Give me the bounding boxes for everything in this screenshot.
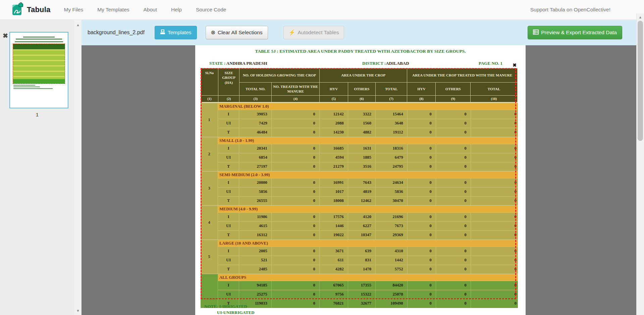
table-cell: 17355 xyxy=(348,281,376,290)
header-size-group: SIZE GROUP (HA) xyxy=(218,68,239,96)
table-cell: 0 xyxy=(408,247,436,256)
table-cell: 21279 xyxy=(320,162,348,171)
thumb-note-line xyxy=(13,85,35,86)
table-cell: 0 xyxy=(436,178,471,187)
nav-item-my-templates[interactable]: My Templates xyxy=(97,7,129,13)
templates-button[interactable]: Templates xyxy=(155,26,197,39)
table-cell: 24634 xyxy=(376,178,408,187)
table-cell: 1560 xyxy=(348,119,376,128)
table-cell: 0 xyxy=(436,188,471,196)
table-cell: 2088 xyxy=(320,119,348,128)
nav-menu: My Files My Templates About Help Source … xyxy=(64,7,226,13)
table-cell: 0 xyxy=(436,110,471,119)
table-cell: 0 xyxy=(272,222,320,230)
nav-item-help[interactable]: Help xyxy=(171,7,182,13)
table-row: I20800016991764324634000 xyxy=(218,178,518,187)
table-group: 5LARGE (10 AND ABOVE)I200503671639431000… xyxy=(201,240,518,274)
size-group-section-header: ALL GROUPS xyxy=(218,274,518,281)
table-cell: 0 xyxy=(471,188,518,196)
table-group: 1MARGINAL (BELOW 1.0)I390530121423322154… xyxy=(201,103,518,137)
table-cell: 0 xyxy=(272,119,320,128)
nav-item-my-files[interactable]: My Files xyxy=(64,7,83,13)
table-cell: 109498 xyxy=(376,299,408,308)
app-window: Tabula My Files My Templates About Help … xyxy=(0,0,644,315)
table-cell: 0 xyxy=(471,197,518,205)
nav-item-source-code[interactable]: Source Code xyxy=(196,7,226,13)
scroll-down-icon[interactable]: ▼ xyxy=(74,308,82,313)
table-cell: 20341 xyxy=(239,144,271,153)
group-sl-no xyxy=(201,274,218,308)
table-cell: 0 xyxy=(436,290,471,299)
table-cell: UI xyxy=(218,290,239,299)
table-cell: 21696 xyxy=(376,213,408,221)
district-label: DISTRICT : xyxy=(362,61,386,66)
table-row: T11903307682132677109498000 xyxy=(218,299,518,308)
table-cell: 0 xyxy=(436,222,471,230)
table-cell: 0 xyxy=(408,290,436,299)
sidebar-scrollbar[interactable]: ▲ ▼ xyxy=(74,20,82,315)
content-area: ✖ 1 ▲ ▼ background_lines_2. xyxy=(0,20,644,315)
clear-all-selections-button[interactable]: ⊗ Clear All Selections xyxy=(206,26,268,39)
table-row: T265550180081246230470000 xyxy=(218,196,518,205)
table-cell: 0 xyxy=(408,188,436,196)
table-cell: 0 xyxy=(436,231,471,240)
table-row: T163120190221034729369000 xyxy=(218,230,518,240)
thumb-table-with-selection xyxy=(13,44,65,84)
table-cell: 7429 xyxy=(239,119,271,128)
page-1-thumbnail[interactable] xyxy=(9,32,68,108)
preview-export-button[interactable]: Preview & Export Extracted Data xyxy=(528,26,622,39)
table-cell: 0 xyxy=(436,128,471,137)
table-cell: UI xyxy=(218,153,239,162)
table-cell: 0 xyxy=(436,256,471,265)
state-value: ANDHRA PRADESH xyxy=(226,61,267,66)
table-cell: 0 xyxy=(408,299,436,308)
table-cell: 76821 xyxy=(320,299,348,308)
table-cell: UI xyxy=(218,188,239,196)
table-cell: 7673 xyxy=(376,222,408,230)
table-cell: 0 xyxy=(272,144,320,153)
support-link[interactable]: Support Tabula on OpenCollective! xyxy=(530,7,610,13)
table-cell: 11986 xyxy=(239,213,271,221)
nav-item-about[interactable]: About xyxy=(144,7,157,13)
table-cell: 6479 xyxy=(376,153,408,162)
window-scrollbar[interactable]: ▲ xyxy=(636,13,644,315)
pdf-page[interactable]: TABLE 5J : ESTIMATED AREA UNDER PADDY TR… xyxy=(195,45,526,315)
table-row: I39053012142332215464000 xyxy=(218,110,518,119)
autodetect-tables-button[interactable]: ⚡ Autodetect Tables xyxy=(283,26,344,39)
scroll-up-icon[interactable]: ▲ xyxy=(637,15,644,19)
table-cell: 0 xyxy=(408,119,436,128)
table-cell: 0 xyxy=(408,281,436,290)
table-row: UI52106118311442000 xyxy=(218,256,518,265)
table-cell: 0 xyxy=(471,153,518,162)
table-cell: T xyxy=(218,265,239,274)
tabula-brand[interactable]: Tabula xyxy=(12,2,50,17)
table-cell: 0 xyxy=(436,144,471,153)
table-cell: 0 xyxy=(436,162,471,171)
note-line: NOTE: I-IRRIGATED xyxy=(204,304,255,310)
table-cell: 0 xyxy=(471,110,518,119)
lightning-icon: ⚡ xyxy=(289,30,296,35)
table-cell: 14230 xyxy=(320,128,348,137)
table-cell: 0 xyxy=(408,162,436,171)
header-colnum-6: (7) xyxy=(376,96,407,102)
table-cell: 1017 xyxy=(320,188,348,196)
open-file-name: background_lines_2.pdf xyxy=(88,30,145,36)
clear-selections-icon: ⊗ xyxy=(211,30,215,35)
table-cell: 0 xyxy=(272,290,320,299)
table-cell: 831 xyxy=(348,256,376,265)
table-cell: 0 xyxy=(408,222,436,230)
scroll-up-icon[interactable]: ▲ xyxy=(74,22,82,27)
scrollbar-thumb[interactable] xyxy=(638,21,643,141)
table-cell: 9756 xyxy=(320,290,348,299)
table-cell: 20800 xyxy=(239,178,271,187)
table-cell: 25078 xyxy=(376,290,408,299)
remove-file-icon[interactable]: ✖ xyxy=(3,32,8,40)
header-colnum-3: (4) xyxy=(272,96,320,102)
table-cell: 6854 xyxy=(239,153,271,162)
thumb-meta-line xyxy=(15,41,63,42)
table-cell: 0 xyxy=(471,178,518,187)
pdf-viewer-background: TABLE 5J : ESTIMATED AREA UNDER PADDY TR… xyxy=(82,45,636,315)
template-icon xyxy=(160,30,165,36)
header-group-0: NO. OF HOLDINGS GROWING THE CROP xyxy=(239,68,320,83)
remove-selection-icon[interactable]: ✖ xyxy=(513,62,517,68)
